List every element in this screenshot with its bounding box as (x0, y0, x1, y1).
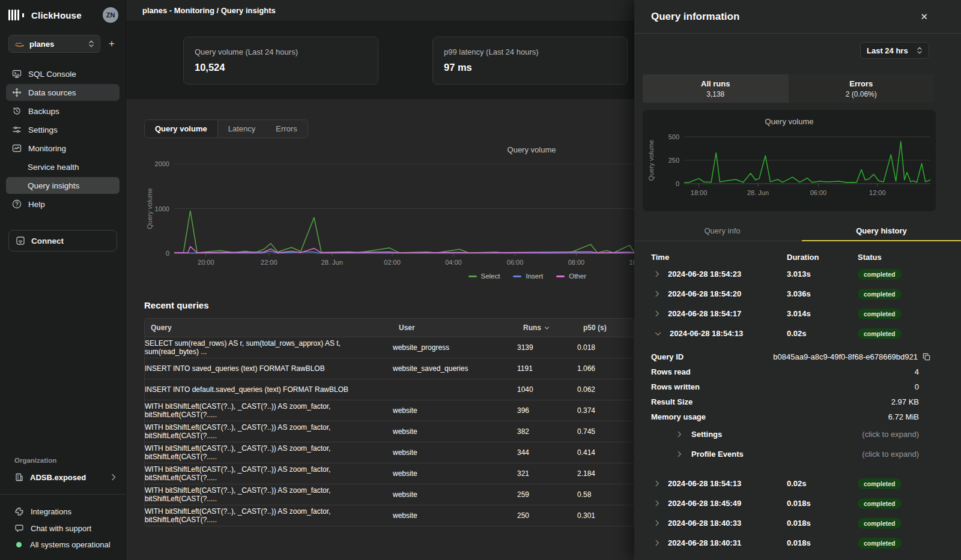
sidebar-item-settings[interactable]: Settings (6, 121, 120, 138)
avatar[interactable]: ZN (103, 7, 118, 23)
metric-tabs: Query volumeLatencyErrors (144, 119, 308, 138)
sidebar-item-sql-console[interactable]: SQL Console (6, 65, 120, 82)
sidebar-item-backups[interactable]: Backups (6, 103, 120, 119)
table-row[interactable]: INSERT INTO default.saved_queries (text)… (145, 379, 634, 400)
history-row[interactable]: 2024-06-28 18:54:130.02scompleted (634, 324, 961, 343)
time-range-select[interactable]: Last 24 hrs (860, 42, 929, 59)
column-header-label: Query (151, 324, 172, 332)
svg-text:1000: 1000 (155, 205, 169, 212)
chevron-right-icon (111, 474, 116, 481)
status-badge: completed (858, 328, 902, 339)
brand-name: ClickHouse (31, 10, 82, 20)
column-header-p50-s-: p50 (s) (577, 324, 634, 332)
legend-label: Other (569, 272, 586, 280)
organization-item[interactable]: ADSB.exposed (0, 470, 126, 484)
organization-label: Organization (14, 457, 126, 464)
sidebar-footer-system-status[interactable]: All systems operational (0, 537, 126, 553)
history-row[interactable]: 2024-06-28 18:54:203.036scompleted (634, 284, 961, 304)
history-row[interactable]: 2024-06-28 18:40:330.018scompleted (634, 513, 961, 533)
sidebar-item-help[interactable]: Help (6, 196, 120, 212)
svg-text:18:00: 18:00 (691, 189, 708, 196)
table-row[interactable]: INSERT INTO saved_queries (text) FORMAT … (145, 358, 634, 379)
segment-label: Errors (849, 79, 873, 88)
detail-memory-usage: Memory usage6.72 MiB (634, 409, 961, 424)
svg-text:12:00: 12:00 (869, 189, 886, 196)
history-rows: 2024-06-28 18:54:233.013scompleted2024-0… (634, 264, 961, 343)
sql-console-icon (12, 69, 22, 79)
p50-cell: 0.018 (577, 343, 634, 352)
all-runs-segment[interactable]: All runs 3,138 (643, 74, 789, 103)
sidebar-item-label: Help (28, 200, 45, 209)
sidebar-item-query-insights[interactable]: Query insights (6, 177, 120, 194)
history-status-cell: completed (858, 478, 961, 489)
query-volume-chart-svg: 01000200020:0022:0028. Jun02:0004:0006:0… (144, 145, 634, 265)
tab-query-volume[interactable]: Query volume (145, 120, 218, 137)
legend-item-other[interactable]: Other (556, 272, 586, 280)
svg-text:28. Jun: 28. Jun (747, 189, 769, 196)
detail-expand-left: Settings (677, 430, 722, 439)
service-selector[interactable]: planes (8, 35, 100, 53)
history-row[interactable]: 2024-06-28 18:54:173.014scompleted (634, 304, 961, 324)
tab-latency[interactable]: Latency (218, 120, 266, 137)
detail-settings[interactable]: Settings(click to expand) (634, 424, 961, 444)
footer-item-label: Chat with support (31, 524, 91, 533)
sidebar-footer-chat-with-support[interactable]: Chat with support (0, 520, 126, 537)
tab-errors[interactable]: Errors (265, 120, 307, 137)
status-badge: completed (858, 478, 902, 489)
chevron-right-icon (677, 431, 682, 438)
chevron-right-icon (655, 480, 659, 487)
sidebar-item-data-sources[interactable]: Data sources (6, 84, 120, 101)
column-header-user: User (393, 324, 517, 332)
copy-icon[interactable] (922, 352, 931, 361)
legend-item-select[interactable]: Select (468, 272, 500, 280)
panel-tab-query-history[interactable]: Query history (802, 221, 961, 241)
table-row[interactable]: SELECT sum(read_rows) AS r, sum(total_ro… (145, 337, 634, 358)
history-time-cell: 2024-06-28 18:40:31 (651, 538, 787, 547)
column-header-label: Runs (523, 324, 541, 332)
table-row[interactable]: WITH bitShiftLeft(CAST(?..), _CAST(?..))… (145, 463, 634, 484)
panel-tab-query-info[interactable]: Query info (643, 221, 802, 241)
history-row[interactable]: 2024-06-28 18:40:310.018scompleted (634, 533, 961, 553)
organization-icon (14, 472, 24, 482)
legend-marker (556, 275, 565, 277)
table-row[interactable]: WITH bitShiftLeft(CAST(?..), _CAST(?..))… (145, 505, 634, 526)
detail-profile-events[interactable]: Profile Events(click to expand) (634, 444, 961, 464)
query-volume-card: Query volume (Last 24 hours) 10,524 (183, 37, 378, 85)
table-row[interactable]: WITH bitShiftLeft(CAST(?..), _CAST(?..))… (145, 442, 634, 463)
detail-result-size: Result Size2.97 KB (634, 394, 961, 409)
table-row[interactable]: WITH bitShiftLeft(CAST(?..), _CAST(?..))… (145, 484, 634, 505)
user-cell: website (393, 448, 517, 457)
history-time-cell: 2024-06-28 18:54:13 (651, 329, 787, 338)
close-icon[interactable]: ✕ (920, 11, 928, 22)
table-row[interactable]: WITH bitShiftLeft(CAST(?..), _CAST(?..))… (145, 400, 634, 421)
runs-cell: 1191 (517, 364, 577, 373)
history-time-cell: 2024-06-28 18:45:49 (651, 499, 787, 508)
p50-cell: 0.301 (577, 511, 634, 520)
sidebar-footer-integrations[interactable]: Integrations (0, 503, 126, 520)
chevron-right-icon (655, 540, 659, 546)
history-time-cell: 2024-06-28 18:54:13 (651, 479, 787, 488)
run-time: 2024-06-28 18:54:17 (668, 309, 741, 318)
history-row[interactable]: 2024-06-28 18:54:130.02scompleted (634, 474, 961, 493)
add-service-button[interactable]: + (105, 36, 118, 52)
run-details: Query IDb0845aa9-a8c9-49f0-8f68-e678669b… (634, 349, 961, 464)
svg-text:Query volume: Query volume (146, 188, 153, 229)
svg-text:0: 0 (166, 250, 169, 257)
table-row[interactable]: WITH bitShiftLeft(CAST(?..), _CAST(?..))… (145, 421, 634, 442)
errors-segment[interactable]: Errors 2 (0.06%) (789, 74, 935, 103)
sidebar-item-monitoring[interactable]: Monitoring (6, 140, 120, 157)
connect-button[interactable]: Connect (8, 230, 117, 251)
sidebar-item-label: SQL Console (28, 70, 76, 79)
run-time: 2024-06-28 18:40:31 (668, 538, 741, 547)
sidebar-item-service-health[interactable]: Service health (6, 158, 120, 175)
column-header-runs[interactable]: Runs (517, 324, 577, 332)
query-cell: INSERT INTO saved_queries (text) FORMAT … (145, 364, 393, 373)
legend-item-insert[interactable]: Insert (513, 272, 543, 280)
svg-text:06:00: 06:00 (810, 189, 827, 196)
detail-value: 2.97 KB (891, 397, 919, 406)
updown-icon (88, 40, 94, 48)
history-row[interactable]: 2024-06-28 18:54:233.013scompleted (634, 264, 961, 284)
query-volume-chart: Query volume 01000200020:0022:0028. Jun0… (144, 145, 634, 280)
history-row[interactable]: 2024-06-28 18:45:490.018scompleted (634, 493, 961, 513)
history-status-cell: completed (858, 498, 961, 509)
